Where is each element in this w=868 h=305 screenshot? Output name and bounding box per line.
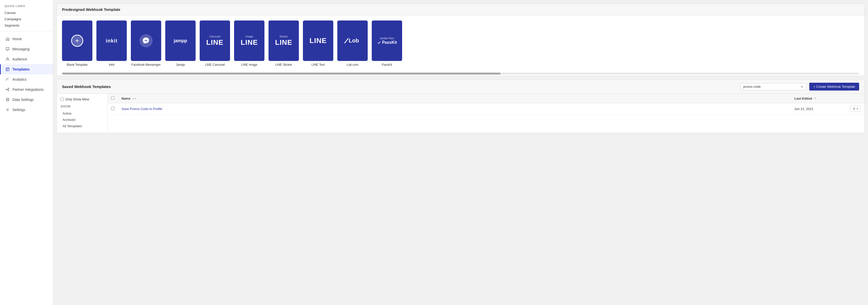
saved-body: Only Show Mine Show Active Archived All … xyxy=(57,94,864,133)
gear-icon xyxy=(852,107,856,110)
template-card-passkit[interactable]: Update Pass PassKit PassKit xyxy=(372,21,402,67)
table-body: Save Promo Code to Profile Jun 21, 2021 xyxy=(107,103,864,114)
template-card-lob[interactable]: Lob Lob.com xyxy=(337,21,368,67)
sidebar-item-data-settings[interactable]: Data Settings xyxy=(0,95,53,105)
saved-header-controls: ✕ + Create Webhook Template xyxy=(740,83,859,91)
row-name-link[interactable]: Save Promo Code to Profile xyxy=(121,107,162,111)
filter-option-archived[interactable]: Archived xyxy=(60,116,104,123)
search-clear-button[interactable]: ✕ xyxy=(800,85,803,89)
svg-point-4 xyxy=(8,90,9,91)
jampp-logo: jampp xyxy=(174,38,187,43)
template-card-img-inkit: inkit xyxy=(96,21,127,61)
scrollbar-thumb xyxy=(62,73,501,75)
sidebar-item-partner-integrations[interactable]: Partner Integrations xyxy=(0,84,53,95)
template-card-img-line-sticker: Sticker LINE xyxy=(269,21,299,61)
sidebar-link-campaigns[interactable]: Campaigns xyxy=(0,16,53,22)
template-card-line-image[interactable]: Image LINE LINE Image xyxy=(234,21,265,67)
filter-option-all-templates[interactable]: All Templates xyxy=(60,123,104,129)
template-card-blank[interactable]: + Blank Template xyxy=(62,21,92,67)
row-name-cell: Save Promo Code to Profile xyxy=(118,103,791,114)
row-settings-button[interactable] xyxy=(850,106,861,112)
template-card-img-line-image: Image LINE xyxy=(234,21,265,61)
sidebar-item-home-label: Home xyxy=(12,37,22,41)
sidebar-divider xyxy=(0,31,53,31)
svg-rect-1 xyxy=(6,68,9,71)
svg-text:Lob: Lob xyxy=(349,37,359,44)
plus-circle-icon: + xyxy=(71,35,83,47)
sidebar-link-canvas[interactable]: Canvas xyxy=(0,10,53,16)
table-header: Name ▲▼ Last Edited ▼ xyxy=(107,94,864,103)
predesigned-section: Predesigned Webhook Template + Blank Tem… xyxy=(57,4,864,76)
header-name-col[interactable]: Name ▲▼ xyxy=(118,94,791,103)
template-card-label-line-text: LINE Text xyxy=(312,63,325,67)
only-show-mine-row: Only Show Mine xyxy=(60,97,104,101)
svg-point-0 xyxy=(7,58,8,59)
templates-icon xyxy=(5,67,10,72)
last-edited-sort-icons: ▼ xyxy=(814,98,816,100)
search-input[interactable] xyxy=(743,85,799,89)
data-settings-icon xyxy=(5,97,10,102)
passkit-sub: Update Pass xyxy=(380,37,394,40)
template-card-label-inkit: Inkit xyxy=(109,63,114,67)
line-image-logo: LINE xyxy=(241,38,258,46)
svg-point-6 xyxy=(7,109,8,110)
header-last-edited-col[interactable]: Last Edited ▼ xyxy=(791,94,846,103)
template-card-facebook-messenger[interactable]: Facebook Messenger xyxy=(131,21,161,67)
template-card-label-jampp: Jampp xyxy=(176,63,185,67)
line-sticker-sub: Sticker xyxy=(279,35,288,38)
filter-option-active[interactable]: Active xyxy=(60,110,104,116)
svg-point-2 xyxy=(6,89,7,90)
line-sticker-logo: LINE xyxy=(275,38,292,46)
table-row: Save Promo Code to Profile Jun 21, 2021 xyxy=(107,103,864,114)
sidebar-item-messaging[interactable]: Messaging xyxy=(0,44,53,54)
saved-section-title: Saved Webhook Templates xyxy=(62,84,111,89)
row-actions-cell xyxy=(846,103,864,114)
create-webhook-button[interactable]: + Create Webhook Template xyxy=(809,83,859,91)
saved-section-header: Saved Webhook Templates ✕ + Create Webho… xyxy=(57,80,864,94)
svg-point-5 xyxy=(6,98,9,99)
line-text-logo: LINE xyxy=(309,37,327,45)
header-actions-col xyxy=(846,94,864,103)
sidebar-link-segments[interactable]: Segments xyxy=(0,22,53,29)
template-card-line-sticker[interactable]: Sticker LINE LINE Sticker xyxy=(269,21,299,67)
sidebar: QUICK LINKS Canvas Campaigns Segments Ho… xyxy=(0,0,53,305)
template-card-label-messenger: Facebook Messenger xyxy=(131,63,160,67)
svg-point-3 xyxy=(8,88,9,89)
search-box[interactable]: ✕ xyxy=(740,83,806,90)
messaging-icon xyxy=(5,47,10,52)
sidebar-item-data-settings-label: Data Settings xyxy=(12,98,34,102)
show-mine-label[interactable]: Only Show Mine xyxy=(65,97,89,101)
template-card-img-jampp: jampp xyxy=(165,21,196,61)
sidebar-item-audience-label: Audience xyxy=(12,57,27,61)
saved-filter-sidebar: Only Show Mine Show Active Archived All … xyxy=(57,94,107,133)
name-sort-icons: ▲▼ xyxy=(132,98,136,100)
predesigned-section-header: Predesigned Webhook Template xyxy=(57,4,864,15)
template-card-label-line-carousel: LINE Carousel xyxy=(205,63,225,67)
show-mine-checkbox[interactable] xyxy=(60,98,64,101)
sidebar-item-settings-label: Settings xyxy=(12,108,25,112)
template-card-line-carousel[interactable]: Carousel LINE LINE Carousel xyxy=(200,21,230,67)
horizontal-scrollbar[interactable] xyxy=(62,73,859,75)
template-card-inkit[interactable]: inkit Inkit xyxy=(96,21,127,67)
sidebar-item-settings[interactable]: Settings xyxy=(0,105,53,115)
templates-scroll: + Blank Template inkit Inkit xyxy=(57,15,864,72)
settings-icon xyxy=(5,107,10,112)
show-filter-label: Show xyxy=(60,105,104,108)
header-checkbox-col xyxy=(107,94,118,103)
saved-templates-table: Name ▲▼ Last Edited ▼ xyxy=(107,94,864,114)
sidebar-item-audience[interactable]: Audience xyxy=(0,54,53,64)
template-card-line-text[interactable]: LINE LINE Text xyxy=(303,21,333,67)
template-card-img-passkit: Update Pass PassKit xyxy=(372,21,402,61)
sidebar-item-templates[interactable]: Templates xyxy=(0,64,53,74)
sidebar-item-analytics[interactable]: Analytics xyxy=(0,74,53,84)
template-card-jampp[interactable]: jampp Jampp xyxy=(165,21,196,67)
chevron-down-icon xyxy=(856,108,858,110)
header-last-edited-label: Last Edited xyxy=(794,97,812,100)
row-checkbox[interactable] xyxy=(111,107,114,110)
templates-row: + Blank Template inkit Inkit xyxy=(62,21,859,69)
template-card-label-blank: Blank Template xyxy=(67,63,88,67)
select-all-checkbox[interactable] xyxy=(111,96,114,100)
template-card-label-lob: Lob.com xyxy=(347,63,358,67)
sidebar-item-home[interactable]: Home xyxy=(0,34,53,44)
row-last-edited-cell: Jun 21, 2021 xyxy=(791,103,846,114)
